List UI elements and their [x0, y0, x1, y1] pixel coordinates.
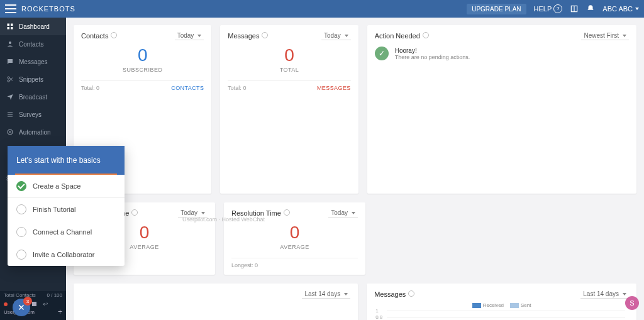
action-sort-select[interactable]: Newest First [581, 31, 629, 40]
check-empty-icon [16, 227, 26, 237]
chart-card-left: Last 14 days -0.2 [74, 284, 358, 320]
chart2-range-select[interactable]: Last 14 days [580, 290, 629, 299]
check-empty-icon [16, 250, 26, 260]
messages-link[interactable]: MESSAGES [317, 85, 351, 91]
nav-automation[interactable]: Automation [0, 123, 66, 141]
axis-label: 1 [375, 308, 378, 314]
stop-icon[interactable] [32, 302, 36, 306]
undo-icon[interactable]: ↩ [43, 301, 48, 307]
foot-value: 0 [255, 262, 258, 268]
upgrade-plan-button[interactable]: UPGRADE PLAN [467, 4, 526, 14]
svg-point-15 [9, 131, 11, 133]
nav-contacts[interactable]: Contacts [0, 35, 66, 53]
broadcast-icon [6, 93, 14, 101]
checklist-create-space[interactable]: Create a Space [8, 175, 125, 198]
foot-value: 0 [96, 85, 99, 91]
svg-point-14 [8, 130, 13, 135]
nav-label: Broadcast [19, 94, 47, 101]
caret-down-icon [345, 35, 348, 37]
chart1-range-select[interactable]: Last 14 days [302, 290, 350, 299]
checklist-label: Create a Space [33, 182, 80, 190]
nav-label: Contacts [19, 41, 43, 48]
bell-icon[interactable] [586, 4, 595, 13]
chart-axis: -0.2 [81, 302, 350, 320]
messages-range-select[interactable]: Today [321, 31, 351, 40]
foot-value: 0 [243, 85, 246, 91]
card-title: Action Needed [375, 32, 420, 40]
svg-rect-5 [11, 27, 13, 30]
info-icon[interactable] [111, 32, 117, 38]
contacts-range-select[interactable]: Today [175, 31, 204, 40]
checklist-label: Connect a Channel [33, 228, 92, 236]
select-value: Today [177, 32, 194, 39]
select-value: Today [331, 209, 348, 216]
check-done-icon [16, 181, 26, 191]
contacts-link[interactable]: CONTACTS [171, 85, 204, 91]
caret-down-icon [197, 35, 201, 37]
nav-messages[interactable]: Messages [0, 53, 66, 70]
record-icon[interactable] [4, 302, 8, 306]
messages-icon [6, 58, 14, 65]
user-name: ABC ABC [602, 5, 633, 13]
messages-chart-card: Messages Last 14 days Received Sent 1 0.… [367, 284, 636, 320]
axis-label: 0.8 [375, 314, 382, 320]
info-icon[interactable] [262, 32, 268, 38]
resolution-range-select[interactable]: Today [328, 209, 358, 218]
legend-sent-label: Sent [521, 302, 531, 308]
menu-toggle[interactable] [5, 4, 16, 13]
user-menu[interactable]: ABC ABC [602, 5, 639, 13]
card-title: Contacts [81, 32, 108, 40]
watermark: Userpilot.com · Hosted WebChat [182, 216, 265, 223]
nav-label: Dashboard [19, 23, 50, 30]
info-icon[interactable] [423, 32, 429, 38]
caret-down-icon [201, 212, 205, 214]
select-value: Newest First [584, 32, 619, 39]
help-label: HELP [534, 5, 552, 13]
select-value: Today [180, 209, 197, 216]
chat-close-button[interactable]: ✕ 3 [13, 299, 30, 316]
contacts-sublabel: SUBSCRIBED [81, 67, 204, 73]
dashboard-icon [6, 23, 14, 30]
svg-rect-2 [8, 24, 10, 26]
action-title: Hooray! [395, 47, 470, 54]
nav-surveys[interactable]: Surveys [0, 106, 66, 123]
book-icon[interactable] [570, 4, 579, 13]
info-icon[interactable] [408, 290, 414, 297]
card-title: Messages [228, 32, 259, 40]
foot-label: Total: [228, 85, 242, 91]
messages-sublabel: TOTAL [228, 67, 350, 73]
caret-down-icon [344, 293, 348, 295]
resolution-value: 0 [231, 223, 358, 243]
info-icon[interactable] [131, 209, 138, 216]
recorder-panel: Total Contacts0 / 100 0:00 ↩ Userpilot.c… [0, 291, 66, 320]
surveys-icon [6, 111, 14, 118]
check-empty-icon [16, 204, 26, 214]
svg-point-7 [8, 77, 9, 79]
resolution-sublabel: AVERAGE [231, 244, 358, 250]
card-title: Messages [374, 290, 406, 298]
nav-label: Automation [19, 129, 51, 136]
caret-down-icon [623, 293, 626, 295]
user-avatar[interactable]: S [625, 296, 639, 310]
nav-snippets[interactable]: Snippets [0, 70, 66, 88]
nav-broadcast[interactable]: Broadcast [0, 88, 66, 106]
nav-label: Snippets [19, 76, 43, 83]
svg-point-8 [8, 80, 9, 82]
checklist-invite-collaborator[interactable]: Invite a Collaborator [8, 243, 125, 266]
checklist-connect-channel[interactable]: Connect a Channel [8, 221, 125, 243]
nav-dashboard[interactable]: Dashboard [0, 18, 66, 35]
resolution-time-card: Resolution Time Today 0 AVERAGE Longest:… [224, 202, 365, 275]
caret-down-icon [635, 8, 639, 10]
help-link[interactable]: HELP ? [534, 4, 563, 13]
messages-card: Messages Today 0 TOTAL Total: 0MESSAGES [220, 25, 358, 194]
svg-rect-4 [8, 27, 10, 30]
foot-label: Longest: [231, 262, 253, 268]
checklist-finish-tutorial[interactable]: Finish Tutorial [8, 198, 125, 221]
select-value: Last 14 days [583, 290, 619, 297]
info-icon[interactable] [284, 209, 290, 216]
nav-label: Surveys [19, 111, 42, 118]
nav-label: Messages [19, 58, 48, 65]
add-tab-icon[interactable]: + [58, 307, 62, 316]
onboarding-title: Let's start with the basics [8, 146, 125, 175]
select-value: Today [324, 32, 341, 39]
